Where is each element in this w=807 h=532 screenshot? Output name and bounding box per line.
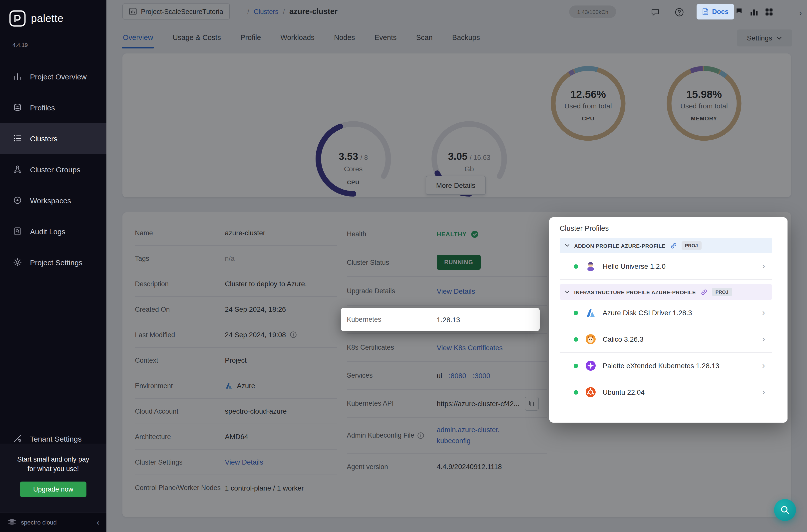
- status-dot: [574, 390, 578, 394]
- profile-item-palette-extended-kubernetes[interactable]: Palette eXtended Kubernetes 1.28.13 ›: [560, 353, 772, 379]
- gear-icon: [13, 258, 22, 267]
- promo-text-line1: Start small and only pay: [0, 455, 107, 464]
- tools-icon: [13, 434, 22, 443]
- chevron-right-icon: ›: [762, 308, 765, 318]
- profile-item-name: Calico 3.26.3: [603, 335, 643, 343]
- pxk-star-icon: [585, 360, 596, 371]
- target-icon: [13, 196, 22, 205]
- app-name: palette: [31, 13, 63, 24]
- section-title: INFRASTRUCTURE PROFILE AZURE-PROFILE: [574, 289, 696, 295]
- link-icon[interactable]: [700, 288, 708, 296]
- link-icon[interactable]: [670, 242, 677, 249]
- panel-title: Cluster Profiles: [560, 224, 772, 232]
- sidebar-item-cluster-groups[interactable]: Cluster Groups: [0, 154, 107, 185]
- profile-item-name: Ubuntu 22.04: [603, 388, 644, 396]
- chevron-right-icon: ›: [762, 387, 765, 397]
- status-dot: [574, 363, 578, 368]
- project-scope-badge: PROJ: [712, 288, 732, 296]
- sidebar: palette 4.4.19 Project Overview Profiles: [0, 0, 107, 532]
- addon-profile-section-header[interactable]: ADDON PROFILE AZURE-PROFILE PROJ: [560, 238, 772, 253]
- sidebar-item-audit-logs[interactable]: Audit Logs: [0, 216, 107, 247]
- palette-logo[interactable]: palette: [9, 10, 63, 27]
- chevron-right-icon: ›: [762, 261, 765, 271]
- floating-search-button[interactable]: [774, 499, 796, 521]
- sidebar-item-clusters[interactable]: Clusters: [0, 123, 107, 154]
- azure-disk-icon: [585, 307, 596, 318]
- audit-log-icon: [13, 227, 22, 236]
- docs-button-label: Docs: [712, 8, 729, 16]
- chevron-right-icon: ›: [762, 334, 765, 344]
- status-dot: [574, 337, 578, 341]
- sidebar-item-label: Profiles: [30, 103, 55, 112]
- hello-universe-icon: [585, 261, 596, 272]
- sidebar-item-label: Clusters: [30, 134, 57, 142]
- calico-icon: [585, 334, 596, 345]
- profile-item-calico[interactable]: Calico 3.26.3 ›: [560, 326, 772, 353]
- sidebar-item-project-settings[interactable]: Project Settings: [0, 247, 107, 278]
- kubernetes-version-spotlight-row[interactable]: Kubernetes 1.28.13: [341, 308, 540, 331]
- docs-book-icon: [702, 8, 709, 16]
- sidebar-item-project-overview[interactable]: Project Overview: [0, 61, 107, 92]
- promo-text-line2: for what you use!: [0, 464, 107, 474]
- status-dot: [574, 310, 578, 315]
- profile-item-name: Hello Universe 1.2.0: [603, 262, 665, 270]
- profile-item-ubuntu[interactable]: Ubuntu 22.04 ›: [560, 379, 772, 405]
- profile-item-azure-disk-csi[interactable]: Azure Disk CSI Driver 1.28.3 ›: [560, 300, 772, 326]
- sidebar-item-label: Audit Logs: [30, 227, 65, 235]
- ubuntu-icon: [585, 387, 596, 398]
- sidebar-item-profiles[interactable]: Profiles: [0, 92, 107, 123]
- search-icon: [780, 505, 790, 515]
- sidebar-footer: spectro cloud ‹: [0, 512, 107, 532]
- infrastructure-profile-section-header[interactable]: INFRASTRUCTURE PROFILE AZURE-PROFILE PRO…: [560, 284, 772, 300]
- palette-logo-icon: [9, 10, 26, 27]
- chevron-right-icon: ›: [762, 361, 765, 370]
- sidebar-item-workspaces[interactable]: Workspaces: [0, 185, 107, 216]
- project-scope-badge: PROJ: [681, 241, 701, 250]
- app-version: 4.4.19: [13, 42, 28, 48]
- sidebar-item-label: Tenant Settings: [30, 434, 82, 443]
- app-window: palette 4.4.19 Project Overview Profiles: [0, 0, 807, 532]
- profile-item-name: Azure Disk CSI Driver 1.28.3: [603, 309, 692, 317]
- upgrade-promo: Start small and only pay for what you us…: [0, 443, 107, 512]
- chevron-down-icon: [565, 290, 570, 294]
- sidebar-menu: Project Overview Profiles Clusters Clust…: [0, 61, 107, 278]
- brand-name: spectro cloud: [21, 519, 57, 526]
- profile-item-name: Palette eXtended Kubernetes 1.28.13: [603, 362, 719, 370]
- spectro-cloud-logo-icon: [7, 518, 17, 527]
- sidebar-item-label: Project Settings: [30, 258, 82, 266]
- upgrade-now-button[interactable]: Upgrade now: [20, 481, 87, 497]
- section-title: ADDON PROFILE AZURE-PROFILE: [574, 243, 665, 248]
- sidebar-item-label: Workspaces: [30, 196, 71, 205]
- list-icon: [13, 134, 22, 143]
- collapse-sidebar-icon[interactable]: ‹: [97, 518, 99, 527]
- status-dot: [574, 264, 578, 268]
- chevron-down-icon: [565, 244, 570, 247]
- sidebar-item-label: Project Overview: [30, 72, 87, 81]
- bar-chart-icon: [13, 72, 22, 81]
- layers-icon: [13, 103, 22, 112]
- profile-item-hello-universe[interactable]: Hello Universe 1.2.0 ›: [560, 253, 772, 280]
- field-label: Kubernetes: [347, 316, 437, 323]
- nodes-icon: [13, 165, 22, 174]
- docs-button[interactable]: Docs: [697, 4, 734, 19]
- sidebar-item-label: Cluster Groups: [30, 165, 80, 174]
- kubernetes-version-value: 1.28.13: [437, 316, 460, 323]
- cluster-profiles-panel: Cluster Profiles ADDON PROFILE AZURE-PRO…: [549, 217, 788, 423]
